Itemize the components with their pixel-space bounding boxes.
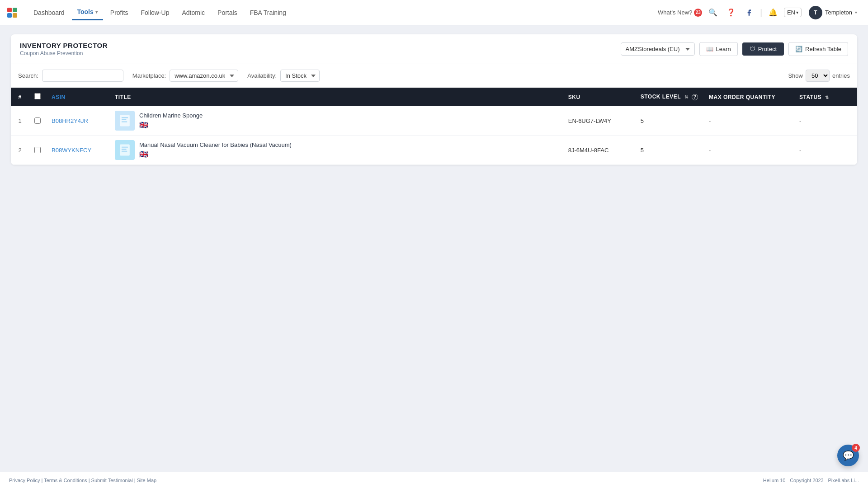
availability-select[interactable]: In Stock [280, 70, 320, 82]
show-entries-group: Show 50 entries [788, 70, 850, 82]
page-subtitle: Coupon Abuse Prevention [20, 50, 108, 56]
refresh-icon: 🔄 [795, 46, 802, 52]
testimonial-link[interactable]: Submit Testimonial [91, 478, 133, 483]
card-title-section: INVENTORY PROTECTOR Coupon Abuse Prevent… [20, 42, 108, 56]
nav-right-section: What's New? 23 🔍 ❓ | 🔔 EN ▾ T Templeton … [658, 4, 861, 21]
terms-link[interactable]: Terms & Conditions [44, 478, 87, 483]
protect-button[interactable]: 🛡 Protect [742, 42, 784, 56]
product-thumbnail [115, 111, 135, 131]
product-thumbnail [115, 140, 135, 160]
nav-item-tools[interactable]: Tools ▾ [72, 5, 103, 20]
divider: | [760, 8, 762, 17]
col-header-stock-level[interactable]: STOCK LEVEL ⇅ ? [635, 88, 703, 106]
row-title: Manual Nasal Vacuum Cleaner for Babies (… [109, 136, 563, 165]
col-header-asin[interactable]: ASIN [46, 88, 109, 106]
svg-rect-3 [122, 119, 127, 120]
chat-badge: 4 [852, 444, 860, 452]
nav-item-followup[interactable]: Follow-Up [135, 5, 175, 20]
row-status: - [794, 106, 857, 136]
row-asin[interactable]: B08WYKNFCY [46, 136, 109, 165]
chevron-down-icon: ▾ [95, 9, 98, 14]
nav-item-dashboard[interactable]: Dashboard [28, 5, 70, 20]
chat-icon: 💬 [843, 450, 854, 461]
row-status: - [794, 136, 857, 165]
marketplace-filter-select[interactable]: www.amazon.co.uk [170, 70, 238, 82]
svg-rect-2 [122, 117, 128, 118]
top-navigation: Dashboard Tools ▾ Profits Follow-Up Adto… [0, 0, 868, 25]
svg-rect-8 [122, 149, 127, 150]
svg-rect-7 [122, 147, 128, 148]
table-row: 1 B08HR2Y4JR [11, 106, 857, 136]
row-max-order-qty: - [703, 106, 794, 136]
nav-item-adtomic[interactable]: Adtomic [177, 5, 211, 20]
row-max-order-qty: - [703, 136, 794, 165]
row-asin[interactable]: B08HR2Y4JR [46, 106, 109, 136]
card-actions: AMZStoredeals (EU) 📖 Learn 🛡 Protect 🔄 R… [621, 42, 848, 56]
book-icon: 📖 [706, 46, 713, 52]
availability-filter-group: Availability: In Stock [247, 70, 320, 82]
col-header-max-order: MAX ORDER QUANTITY [703, 88, 794, 106]
whats-new-button[interactable]: What's New? 23 [658, 9, 702, 17]
col-header-status[interactable]: STATUS ⇅ [794, 88, 857, 106]
chat-button[interactable]: 💬 4 [837, 445, 859, 466]
sitemap-link[interactable]: Site Map [137, 478, 156, 483]
help-button[interactable]: ❓ [724, 5, 738, 20]
table-row: 2 B08WYKNFCY [11, 136, 857, 165]
search-group: Search: [18, 70, 123, 82]
page-title: INVENTORY PROTECTOR [20, 42, 108, 49]
app-logo[interactable] [7, 8, 17, 18]
user-name-label: Templeton [825, 9, 852, 16]
product-title: Manual Nasal Vacuum Cleaner for Babies (… [139, 141, 292, 148]
page-content: INVENTORY PROTECTOR Coupon Abuse Prevent… [0, 25, 868, 174]
col-header-checkbox [29, 88, 46, 106]
row-checkbox[interactable] [34, 117, 41, 124]
sort-icon: ⇅ [684, 94, 689, 99]
entries-label: entries [832, 72, 850, 79]
sort-icon: ⇅ [825, 95, 829, 100]
chevron-down-icon: ▾ [796, 10, 798, 15]
user-menu-button[interactable]: T Templeton ▾ [805, 4, 861, 21]
nav-item-fbatraining[interactable]: FBA Training [245, 5, 292, 20]
learn-button[interactable]: 📖 Learn [699, 42, 738, 56]
user-avatar: T [809, 6, 822, 19]
whats-new-badge: 23 [694, 9, 702, 17]
row-title: Children Marine Sponge 🇬🇧 [109, 106, 563, 136]
row-checkbox-cell [29, 136, 46, 165]
row-stock-level: 5 [635, 136, 703, 165]
facebook-button[interactable] [742, 5, 756, 20]
refresh-button[interactable]: 🔄 Refresh Table [788, 42, 848, 56]
chevron-down-icon: ▾ [855, 10, 857, 15]
availability-label: Availability: [247, 72, 277, 79]
svg-rect-9 [122, 151, 127, 152]
page-footer: Privacy Policy | Terms & Conditions | Su… [0, 472, 868, 488]
language-selector[interactable]: EN ▾ [784, 8, 802, 17]
card-header: INVENTORY PROTECTOR Coupon Abuse Prevent… [11, 34, 857, 64]
row-stock-level: 5 [635, 106, 703, 136]
row-checkbox-cell [29, 106, 46, 136]
country-flag: 🇬🇧 [139, 150, 292, 159]
svg-rect-1 [120, 115, 130, 126]
shield-icon: 🛡 [750, 46, 755, 52]
filters-row: Search: Marketplace: www.amazon.co.uk Av… [11, 64, 857, 88]
footer-links: Privacy Policy | Terms & Conditions | Su… [9, 478, 156, 483]
nav-item-portals[interactable]: Portals [212, 5, 243, 20]
col-header-num: # [11, 88, 29, 106]
col-header-sku: SKU [563, 88, 635, 106]
svg-rect-4 [122, 122, 127, 122]
search-button[interactable]: 🔍 [706, 5, 720, 20]
show-label: Show [788, 72, 803, 79]
privacy-policy-link[interactable]: Privacy Policy [9, 478, 40, 483]
nav-item-profits[interactable]: Profits [105, 5, 134, 20]
row-sku: 8J-6M4U-8FAC [563, 136, 635, 165]
marketplace-dropdown[interactable]: AMZStoredeals (EU) [621, 42, 695, 56]
table-header-row: # ASIN TITLE SKU STOCK LEVEL ⇅ ? MAX ORD… [11, 88, 857, 106]
entries-count-select[interactable]: 50 [806, 70, 830, 82]
marketplace-filter-group: Marketplace: www.amazon.co.uk [132, 70, 238, 82]
row-checkbox[interactable] [34, 147, 41, 153]
footer-copyright: Helium 10 - Copyright 2023 - PixelLabs L… [763, 478, 859, 483]
inventory-table: # ASIN TITLE SKU STOCK LEVEL ⇅ ? MAX ORD… [11, 88, 857, 165]
select-all-checkbox[interactable] [34, 93, 41, 99]
search-input[interactable] [42, 70, 123, 82]
bell-button[interactable]: 🔔 [766, 5, 780, 20]
table-body: 1 B08HR2Y4JR [11, 106, 857, 165]
